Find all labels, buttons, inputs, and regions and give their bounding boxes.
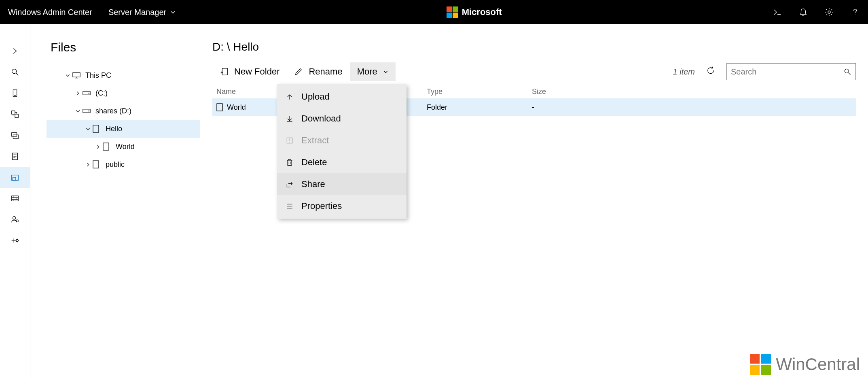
menu-upload[interactable]: Upload (277, 86, 406, 108)
tree-label: World (113, 143, 135, 151)
menu-label: Download (301, 113, 341, 124)
menu-share[interactable]: Share (277, 173, 406, 195)
download-icon (285, 115, 294, 123)
extract-icon (285, 136, 294, 145)
rail-storage[interactable] (0, 125, 30, 146)
drive-icon (83, 109, 93, 113)
toolbar: New Folder Rename More 1 item (212, 62, 856, 81)
svg-point-16 (89, 93, 89, 94)
new-folder-icon (220, 67, 229, 76)
menu-label: Delete (301, 157, 327, 168)
more-menu: UploadDownloadExtractDeleteShareProperti… (277, 84, 406, 219)
search-input[interactable] (731, 67, 843, 77)
delete-icon (285, 158, 294, 166)
col-size[interactable]: Size (532, 87, 852, 96)
svg-point-23 (845, 69, 849, 73)
svg-rect-14 (73, 72, 80, 77)
folder-tree: This PC(C:)shares (D:)HelloWorldpublic (47, 66, 200, 173)
more-label: More (357, 66, 377, 77)
app-title: Windows Admin Center (8, 8, 92, 17)
rail-expand[interactable] (0, 40, 30, 62)
rail-services[interactable] (0, 230, 30, 251)
rail-search[interactable] (0, 62, 30, 83)
tree-item-thispc[interactable]: This PC (47, 66, 200, 84)
tree-item-world[interactable]: World (47, 138, 200, 155)
item-count: 1 item (673, 67, 695, 77)
rail-server[interactable] (0, 83, 30, 104)
file-name: World (227, 103, 246, 112)
svg-rect-10 (12, 196, 19, 201)
console-icon[interactable] (773, 7, 782, 17)
notifications-icon[interactable] (798, 7, 808, 17)
menu-download[interactable]: Download (277, 108, 406, 130)
rename-button[interactable]: Rename (287, 62, 349, 81)
tree-item-public[interactable]: public (47, 155, 200, 173)
file-size: - (532, 103, 852, 112)
chevron-icon[interactable] (73, 91, 83, 96)
tree-label: (C:) (93, 89, 108, 98)
col-type[interactable]: Type (427, 87, 532, 96)
chevron-icon[interactable] (63, 73, 72, 78)
chevron-icon[interactable] (73, 109, 83, 114)
menu-label: Extract (301, 135, 329, 146)
refresh-button[interactable] (703, 63, 718, 81)
chevron-down-icon (170, 10, 176, 15)
search-box[interactable] (726, 63, 856, 80)
pencil-icon (294, 67, 303, 76)
rail-replication[interactable] (0, 104, 30, 125)
new-folder-button[interactable]: New Folder (212, 62, 287, 81)
folder-icon (93, 160, 103, 168)
settings-icon[interactable] (824, 7, 834, 17)
breadcrumb: D: \ Hello (212, 40, 856, 53)
content-pane: D: \ Hello New Folder Rename More 1 item (200, 24, 868, 379)
menu-delete[interactable]: Delete (277, 151, 406, 173)
folder-icon (103, 143, 113, 151)
menu-label: Upload (301, 92, 330, 102)
watermark: WinCentral (750, 354, 860, 375)
menu-properties[interactable]: Properties (277, 195, 406, 217)
new-folder-label: New Folder (234, 66, 279, 77)
svg-rect-22 (222, 68, 227, 75)
menu-label: Share (301, 179, 325, 190)
tree-label: Hello (103, 125, 122, 133)
svg-rect-5 (12, 133, 17, 136)
upload-icon (285, 93, 294, 101)
folder-icon (216, 103, 223, 111)
share-icon (285, 180, 294, 188)
server-manager-label: Server Manager (108, 8, 166, 17)
chevron-icon[interactable] (93, 144, 103, 149)
svg-rect-9 (13, 177, 16, 180)
svg-rect-21 (93, 161, 99, 168)
rail-users[interactable] (0, 209, 30, 230)
svg-point-11 (13, 217, 16, 219)
folder-icon (93, 125, 103, 133)
search-icon (843, 68, 851, 76)
pc-icon (72, 72, 83, 79)
sidebar: Files This PC(C:)shares (D:)HelloWorldpu… (30, 24, 200, 379)
chevron-icon[interactable] (83, 126, 93, 132)
tree-label: This PC (83, 71, 111, 80)
rail-files[interactable] (0, 167, 30, 188)
more-button[interactable]: More (350, 62, 396, 81)
sidebar-title: Files (47, 40, 200, 54)
top-bar: Windows Admin Center Server Manager Micr… (0, 0, 868, 24)
help-icon[interactable] (850, 7, 860, 17)
tree-item-hello[interactable]: Hello (47, 120, 200, 138)
file-type: Folder (427, 103, 532, 112)
chevron-down-icon (383, 69, 388, 75)
tree-item-sharesd[interactable]: shares (D:) (47, 102, 200, 120)
server-manager-dropdown[interactable]: Server Manager (108, 8, 176, 17)
tree-item-c[interactable]: (C:) (47, 84, 200, 102)
tree-label: public (103, 160, 125, 169)
wincentral-logo-icon (750, 354, 771, 375)
svg-point-1 (12, 69, 17, 74)
svg-rect-3 (12, 111, 15, 114)
svg-point-18 (89, 111, 89, 111)
chevron-icon[interactable] (83, 162, 93, 167)
rail-firewall[interactable] (0, 188, 30, 209)
brand: Microsoft (176, 6, 773, 18)
drive-icon (83, 91, 93, 96)
svg-rect-24 (217, 104, 222, 111)
rail-document[interactable] (0, 146, 30, 167)
refresh-icon (706, 66, 715, 75)
